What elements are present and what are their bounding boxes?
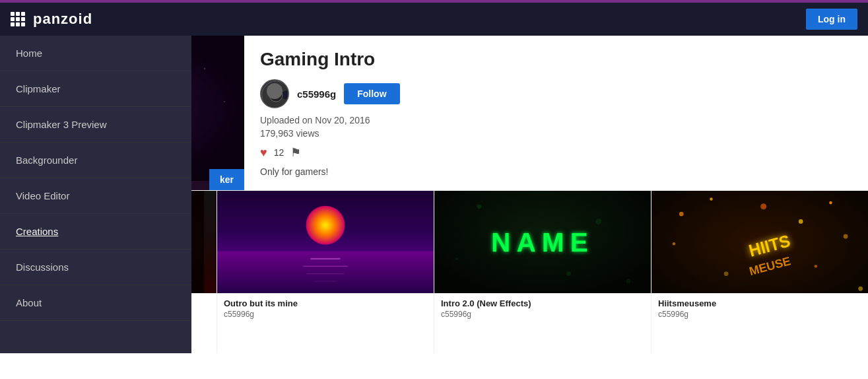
- views-info: 179,963 views: [260, 128, 852, 139]
- svg-point-25: [566, 271, 571, 276]
- sidebar-item-about[interactable]: About: [0, 285, 191, 321]
- actions-row: ♥ 12 ⚑: [260, 145, 852, 160]
- sidebar-menu: Home Clipmaker Clipmaker 3 Preview Backg…: [0, 36, 191, 353]
- svg-rect-16: [217, 252, 434, 293]
- thumb-item-3[interactable]: NAME Intro 2.0 (New Effects) c55996g: [434, 191, 651, 353]
- svg-point-37: [724, 271, 729, 276]
- topbar: panzoid Log in: [0, 3, 868, 36]
- thumb-image-3: NAME: [434, 191, 651, 293]
- sidebar-item-discussions[interactable]: Discussions: [0, 250, 191, 285]
- thumb-user-4: c55996g: [651, 310, 868, 324]
- thumb-item-2[interactable]: Outro but its mine c55996g: [217, 191, 434, 353]
- login-button[interactable]: Log in: [806, 9, 857, 30]
- follow-button[interactable]: Follow: [344, 83, 399, 104]
- thumb-image-2: [217, 191, 434, 293]
- detail-title: Gaming Intro: [260, 49, 852, 70]
- main-layout: Home Clipmaker Clipmaker 3 Preview Backg…: [0, 36, 868, 353]
- thumb-label-4: Hiitsmeuseme: [651, 293, 868, 310]
- thumb-label-3: Intro 2.0 (New Effects): [434, 293, 651, 310]
- thumb-image-4: HIITS MEUSE: [651, 191, 868, 293]
- topbar-left: panzoid: [11, 11, 92, 28]
- svg-point-39: [858, 287, 863, 291]
- sidebar-item-videoeditor[interactable]: Video Editor: [0, 178, 191, 214]
- svg-point-5: [224, 101, 225, 102]
- svg-point-34: [829, 201, 832, 205]
- thumb3-svg: NAME: [434, 191, 651, 293]
- svg-point-35: [844, 234, 848, 239]
- menu-grid-icon[interactable]: [11, 12, 25, 26]
- svg-point-23: [477, 204, 481, 209]
- svg-point-26: [455, 258, 459, 261]
- svg-point-33: [799, 219, 803, 224]
- brand-name: panzoid: [33, 11, 92, 28]
- clipmaker-button[interactable]: ker: [209, 169, 244, 190]
- sidebar-item-clipmaker3[interactable]: Clipmaker 3 Preview: [0, 107, 191, 143]
- svg-point-4: [204, 68, 205, 69]
- svg-point-36: [673, 242, 676, 246]
- sidebar-item-home[interactable]: Home: [0, 36, 191, 71]
- description: Only for gamers!: [260, 166, 852, 177]
- thumb-user-3: c55996g: [434, 310, 651, 324]
- svg-point-9: [269, 88, 283, 102]
- heart-icon[interactable]: ♥: [260, 146, 267, 160]
- thumb-item-4[interactable]: HIITS MEUSE Hiitsmeuseme c55996g: [651, 191, 868, 353]
- detail-info: Gaming Intro c55996g Follow Uploaded on …: [244, 36, 868, 190]
- thumb4-svg: HIITS MEUSE: [651, 191, 868, 293]
- sidebar-item-backgrounder[interactable]: Backgrounder: [0, 143, 191, 178]
- sidebar-item-creations[interactable]: Creations: [0, 214, 191, 250]
- thumb-user-2: c55996g: [217, 310, 434, 324]
- like-count: 12: [274, 147, 284, 158]
- svg-point-31: [710, 197, 713, 201]
- svg-point-30: [679, 212, 684, 217]
- svg-point-24: [595, 219, 601, 224]
- upload-info: Uploaded on Nov 20, 2016: [260, 115, 852, 125]
- thumb-label-2: Outro but its mine: [217, 293, 434, 310]
- svg-point-15: [306, 206, 345, 245]
- avatar-svg: [261, 81, 289, 108]
- thumb2-svg: [217, 191, 434, 293]
- svg-point-27: [626, 279, 631, 283]
- user-avatar: [260, 79, 289, 108]
- svg-point-32: [760, 203, 766, 209]
- svg-point-38: [815, 265, 818, 268]
- svg-point-10: [271, 89, 275, 93]
- username-link[interactable]: c55996g: [297, 88, 336, 100]
- sidebar-item-clipmaker[interactable]: Clipmaker: [0, 71, 191, 107]
- detail-user-row: c55996g Follow: [260, 79, 852, 108]
- svg-text:NAME: NAME: [491, 227, 594, 258]
- flag-icon[interactable]: ⚑: [290, 145, 301, 160]
